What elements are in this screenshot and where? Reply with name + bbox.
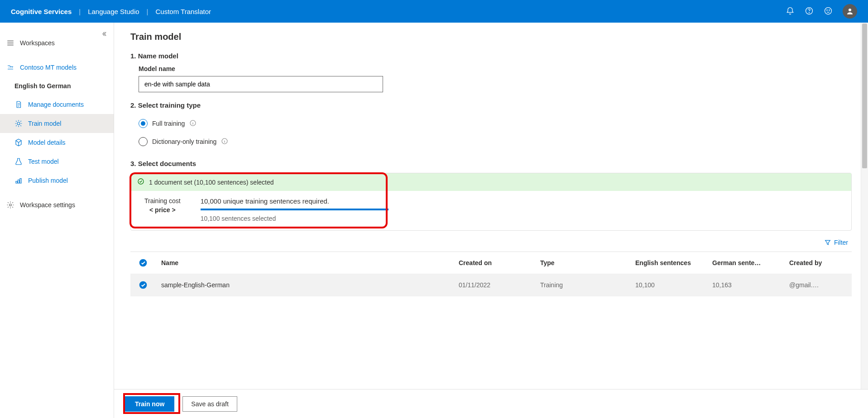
help-icon[interactable] bbox=[805, 6, 814, 17]
sidebar-item-label: Manage documents bbox=[28, 101, 84, 108]
sidebar-item-workspaces[interactable]: Workspaces bbox=[0, 33, 114, 52]
feedback-icon[interactable] bbox=[824, 6, 833, 17]
save-draft-button[interactable]: Save as draft bbox=[182, 396, 237, 412]
sidebar-item-label: Publish model bbox=[28, 177, 68, 184]
account-avatar[interactable] bbox=[843, 4, 857, 19]
app-header: Cognitive Services | Language Studio | C… bbox=[0, 0, 868, 23]
selected-sentences-text: 10,100 sentences selected bbox=[201, 215, 388, 222]
svg-point-6 bbox=[17, 122, 20, 125]
sidebar-item-settings[interactable]: Workspace settings bbox=[0, 195, 114, 214]
selection-banner-text: 1 document set (10,100 sentences) select… bbox=[149, 179, 274, 186]
action-bar: Train now Save as draft bbox=[114, 389, 868, 418]
sidebar-collapse-toggle[interactable] bbox=[101, 31, 107, 38]
breadcrumb-item-2[interactable]: Custom Translator bbox=[155, 8, 211, 15]
notifications-icon[interactable] bbox=[786, 6, 795, 17]
scrollbar-thumb[interactable] bbox=[862, 24, 867, 168]
info-icon[interactable] bbox=[189, 119, 197, 128]
cell-en: 10,100 bbox=[635, 281, 712, 289]
sidebar-item-project-group[interactable]: Contoso MT models bbox=[0, 58, 114, 77]
sidebar-item-label: Test model bbox=[28, 158, 59, 165]
sidebar-item-label: Train model bbox=[28, 120, 61, 127]
col-name[interactable]: Name bbox=[161, 259, 459, 266]
sidebar-item-publish-model[interactable]: Publish model bbox=[0, 171, 114, 190]
svg-point-2 bbox=[825, 7, 832, 14]
row-checkbox[interactable] bbox=[139, 280, 148, 290]
filter-label: Filter bbox=[834, 239, 848, 246]
sidebar: Workspaces Contoso MT models English to … bbox=[0, 23, 114, 418]
model-name-input[interactable] bbox=[139, 76, 383, 92]
svg-point-4 bbox=[829, 10, 830, 10]
select-all-checkbox[interactable] bbox=[139, 258, 148, 267]
sidebar-item-model-details[interactable]: Model details bbox=[0, 133, 114, 152]
radio-label: Dictionary-only training bbox=[152, 138, 216, 145]
model-name-label: Model name bbox=[139, 65, 852, 72]
required-sentences-text: 10,000 unique training sentences require… bbox=[201, 197, 388, 205]
cell-created: 01/11/2022 bbox=[459, 281, 540, 289]
svg-point-7 bbox=[10, 204, 12, 206]
svg-point-5 bbox=[849, 9, 851, 11]
step2-heading: 2. Select training type bbox=[130, 101, 852, 109]
col-de[interactable]: German sente… bbox=[712, 259, 789, 266]
progress-bar bbox=[201, 209, 388, 210]
col-created[interactable]: Created on bbox=[459, 259, 540, 266]
info-icon[interactable] bbox=[221, 138, 228, 146]
col-by[interactable]: Created by bbox=[789, 259, 848, 266]
train-now-button[interactable]: Train now bbox=[125, 396, 174, 412]
sidebar-item-train-model[interactable]: Train model bbox=[0, 114, 114, 133]
breadcrumb-item-1[interactable]: Language Studio bbox=[88, 8, 139, 15]
scrollbar[interactable] bbox=[861, 23, 868, 418]
sidebar-label-settings: Workspace settings bbox=[20, 201, 75, 209]
radio-dictionary-only[interactable] bbox=[139, 137, 148, 146]
step3-heading: 3. Select documents bbox=[130, 160, 852, 167]
col-type[interactable]: Type bbox=[540, 259, 635, 266]
sidebar-label-workspaces: Workspaces bbox=[20, 39, 55, 47]
sidebar-item-test-model[interactable]: Test model bbox=[0, 152, 114, 171]
table-header: Name Created on Type English sentences G… bbox=[130, 252, 852, 274]
training-cost-label: Training cost bbox=[144, 197, 181, 204]
documents-table: Name Created on Type English sentences G… bbox=[130, 252, 852, 296]
page-title: Train model bbox=[130, 32, 852, 42]
training-cost-value: < price > bbox=[144, 206, 181, 214]
sidebar-item-manage-documents[interactable]: Manage documents bbox=[0, 95, 114, 114]
main-content-area: Train model 1. Name model Model name 2. … bbox=[114, 23, 868, 418]
success-check-icon bbox=[137, 178, 144, 186]
sidebar-project-title: English to German bbox=[0, 77, 114, 95]
cell-de: 10,163 bbox=[712, 281, 789, 289]
radio-label: Full training bbox=[152, 120, 185, 127]
selection-summary-box: 1 document set (10,100 sentences) select… bbox=[130, 173, 852, 231]
radio-full-training[interactable] bbox=[139, 119, 148, 128]
breadcrumb-item-0[interactable]: Cognitive Services bbox=[11, 8, 72, 15]
svg-point-1 bbox=[809, 12, 810, 13]
sidebar-label-project-group: Contoso MT models bbox=[20, 64, 77, 71]
breadcrumb: Cognitive Services | Language Studio | C… bbox=[11, 8, 211, 15]
svg-point-10 bbox=[138, 179, 144, 184]
header-actions bbox=[786, 4, 857, 19]
cell-by: @gmail.… bbox=[789, 281, 848, 289]
cell-name: sample-English-German bbox=[161, 281, 459, 289]
col-en[interactable]: English sentences bbox=[635, 259, 712, 266]
table-row[interactable]: sample-English-German 01/11/2022 Trainin… bbox=[130, 274, 852, 296]
cell-type: Training bbox=[540, 281, 635, 289]
filter-button[interactable]: Filter bbox=[824, 239, 848, 246]
svg-point-3 bbox=[827, 10, 827, 10]
sidebar-item-label: Model details bbox=[28, 139, 66, 146]
step1-heading: 1. Name model bbox=[130, 52, 852, 60]
